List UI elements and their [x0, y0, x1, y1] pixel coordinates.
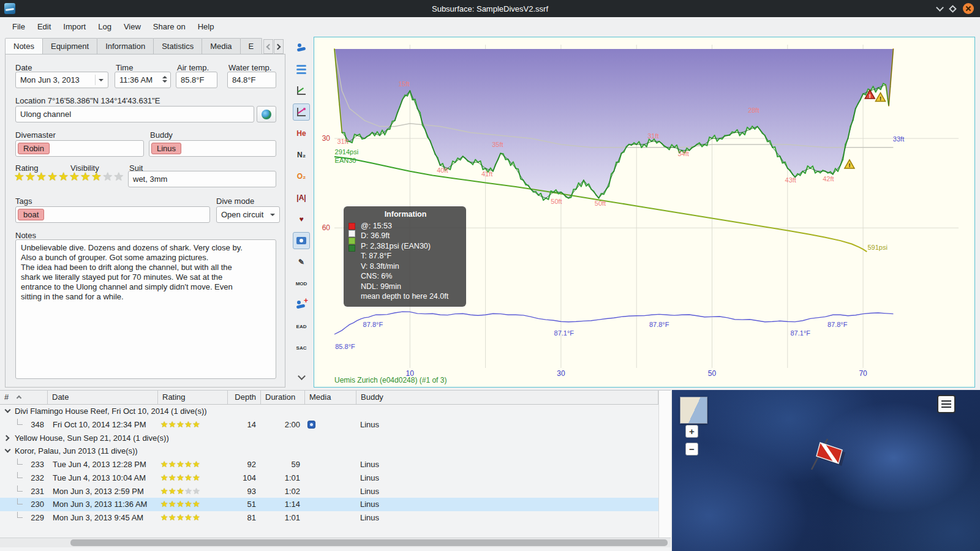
menu-edit[interactable]: Edit — [31, 20, 57, 34]
pen-icon[interactable]: ✎ — [293, 253, 310, 271]
notes-textarea[interactable]: Unbelievable dive. Dozens and dozens of … — [15, 239, 276, 379]
trip-row[interactable]: Koror, Palau, Jun 2013 (11 dive(s)) — [0, 444, 658, 458]
heartrate-icon[interactable]: ♥ — [293, 211, 310, 228]
maximize-icon[interactable] — [949, 5, 957, 13]
dive-profile-chart[interactable]: !!!31ft2914psiEAN3015ft40ft41ft35ft50ft5… — [314, 37, 975, 388]
suit-input[interactable]: wet, 3mm — [128, 171, 276, 187]
rating-stars: ★★★★★ — [160, 485, 200, 498]
divemaster-chip[interactable]: Robin — [18, 143, 50, 154]
sac-icon[interactable]: SAC — [293, 339, 310, 356]
waves-icon[interactable] — [293, 61, 310, 78]
dive-row[interactable]: 231Mon Jun 3, 2013 2:59 PM★★★★★931:02Lin… — [0, 485, 658, 498]
collapse-trip-icon[interactable] — [5, 447, 11, 453]
menu-share-on[interactable]: Share on — [147, 20, 192, 34]
tags-field[interactable]: boat — [15, 206, 210, 223]
date-select[interactable]: Mon Jun 3, 2013 — [15, 72, 108, 88]
star-icon: ★ — [192, 512, 200, 522]
star-icon[interactable]: ★ — [47, 170, 58, 183]
divemaster-field[interactable]: Robin — [15, 140, 144, 157]
horizontal-scrollbar-track[interactable] — [0, 538, 671, 547]
spinner-arrows-icon[interactable] — [162, 75, 167, 85]
time-spinner[interactable]: 11:36 AM — [115, 72, 171, 88]
buddy-field[interactable]: Linus — [149, 140, 276, 157]
column-header-depth[interactable]: Depth — [228, 391, 261, 404]
column-header-duration[interactable]: Duration — [261, 391, 305, 404]
tab-notes[interactable]: Notes — [5, 38, 43, 54]
media-icon[interactable] — [307, 421, 315, 429]
column-header-buddy[interactable]: Buddy — [356, 391, 658, 404]
column-header-rating[interactable]: Rating — [158, 391, 228, 404]
column-header-date[interactable]: Date — [48, 391, 158, 404]
tab-equipment[interactable]: Equipment — [42, 38, 97, 54]
dive-site-map[interactable]: + − — [672, 390, 980, 551]
tab-media[interactable]: Media — [202, 38, 240, 54]
tab-e[interactable]: E — [240, 38, 263, 54]
map-menu-icon[interactable] — [937, 395, 956, 413]
star-icon[interactable]: ★ — [80, 170, 91, 183]
star-icon[interactable]: ★ — [69, 170, 80, 183]
visibility-stars[interactable]: ★★★★★ — [69, 170, 124, 184]
o2-partial-pressure-icon[interactable]: O₂ — [293, 168, 310, 185]
dive-duration: 2:00 — [261, 418, 300, 432]
buddy-chip[interactable]: Linus — [151, 143, 181, 154]
divemode-select[interactable]: Open circuit — [216, 206, 280, 223]
pressure-graph-icon[interactable] — [293, 103, 310, 121]
ead-icon[interactable]: EAD — [293, 318, 310, 335]
dive-row[interactable]: 233Tue Jun 4, 2013 12:28 PM★★★★★9259Linu… — [0, 458, 658, 471]
star-icon[interactable]: ★ — [91, 170, 102, 183]
dive-row[interactable]: 232Tue Jun 4, 2013 10:04 AM★★★★★1041:01L… — [0, 471, 658, 485]
menu-log[interactable]: Log — [92, 20, 118, 34]
mod-icon[interactable]: MOD — [293, 275, 310, 292]
airtemp-field[interactable]: 85.8°F — [176, 72, 217, 88]
minimize-icon[interactable] — [936, 4, 944, 12]
column-header-num[interactable]: # — [0, 391, 48, 404]
horizontal-scrollbar-handle[interactable] — [70, 539, 668, 546]
dive-row[interactable]: 348Fri Oct 10, 2014 12:34 PM★★★★★142:00L… — [0, 418, 658, 432]
person-plus-icon[interactable]: + — [293, 296, 310, 313]
he-partial-pressure-icon[interactable]: He — [293, 125, 310, 142]
star-icon[interactable]: ★ — [58, 170, 69, 183]
annotations-icon[interactable]: |A| — [293, 189, 310, 206]
star-icon[interactable]: ★ — [113, 170, 124, 183]
tag-chip[interactable]: boat — [18, 209, 44, 220]
tab-information[interactable]: Information — [97, 38, 154, 54]
menu-import[interactable]: Import — [57, 20, 92, 34]
scale-icon[interactable] — [293, 82, 310, 99]
tab-statistics[interactable]: Statistics — [153, 38, 202, 54]
dive-row[interactable]: 230Mon Jun 3, 2013 11:36 AM★★★★★511:14Li… — [0, 498, 658, 511]
tab-scroll-left-button[interactable] — [263, 39, 273, 54]
svg-text:85.8°F: 85.8°F — [335, 343, 355, 350]
collapse-toolbar-icon[interactable] — [293, 369, 310, 386]
watertemp-field[interactable]: 84.8°F — [227, 72, 276, 88]
star-icon[interactable]: ★ — [25, 170, 36, 183]
menu-file[interactable]: File — [6, 20, 31, 34]
close-icon[interactable] — [963, 3, 974, 14]
star-icon[interactable]: ★ — [36, 170, 47, 183]
rating-stars[interactable]: ★★★★★ — [14, 170, 69, 184]
dive-flag-marker[interactable] — [807, 432, 850, 474]
titlebar[interactable]: Subsurface: SampleDivesV2.ssrf — [0, 0, 980, 17]
map-overview-inset[interactable] — [680, 397, 707, 424]
trip-row[interactable]: Divi Flamingo House Reef, Fri Oct 10, 20… — [0, 405, 658, 418]
vertical-scrollbar-track[interactable] — [658, 391, 671, 538]
svg-text:87.1°F: 87.1°F — [790, 329, 810, 337]
diver-icon[interactable] — [293, 39, 310, 56]
star-icon[interactable]: ★ — [102, 170, 113, 183]
n2-partial-pressure-icon[interactable]: N₂ — [293, 146, 310, 163]
globe-button[interactable] — [257, 106, 276, 122]
star-icon[interactable]: ★ — [14, 170, 25, 183]
map-zoom-out-button[interactable]: − — [685, 443, 698, 455]
star-icon: ★ — [176, 486, 184, 496]
tab-scroll-right-button[interactable] — [274, 39, 284, 54]
column-header-media[interactable]: Media — [305, 391, 356, 404]
menu-help[interactable]: Help — [192, 20, 221, 34]
star-icon: ★ — [176, 499, 184, 509]
photos-icon[interactable] — [293, 232, 310, 249]
menu-view[interactable]: View — [118, 20, 147, 34]
collapse-trip-icon[interactable] — [5, 407, 11, 413]
dive-row[interactable]: 229Mon Jun 3, 2013 9:45 AM★★★★★811:01Lin… — [0, 511, 658, 525]
location-input[interactable]: Ulong channel — [15, 106, 254, 122]
map-zoom-in-button[interactable]: + — [685, 425, 698, 438]
trip-row[interactable]: Yellow House, Sun Sep 21, 2014 (1 dive(s… — [0, 432, 658, 445]
expand-trip-icon[interactable] — [4, 435, 10, 441]
